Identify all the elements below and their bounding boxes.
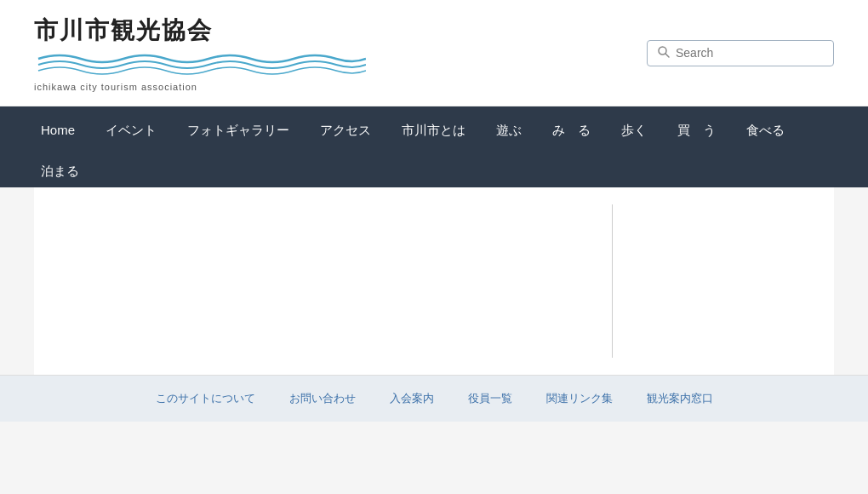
nav-item-3[interactable]: アクセス bbox=[305, 106, 386, 153]
nav-item-8[interactable]: 買 う bbox=[662, 106, 731, 153]
logo-subtitle: ichikawa city tourism association bbox=[34, 82, 197, 92]
footer-link-2[interactable]: 入会案内 bbox=[390, 391, 434, 406]
footer-link-4[interactable]: 関連リンク集 bbox=[546, 391, 613, 406]
footer: このサイトについてお問い合わせ入会案内役員一覧関連リンク集観光案内窓口 bbox=[0, 375, 868, 422]
nav-item-1[interactable]: イベント bbox=[90, 106, 172, 153]
nav-item-9[interactable]: 食べる bbox=[731, 106, 800, 153]
nav-item-6[interactable]: み る bbox=[537, 106, 606, 153]
nav-item-7[interactable]: 歩く bbox=[606, 106, 662, 153]
logo-waves bbox=[34, 50, 366, 80]
nav-item-4[interactable]: 市川市とは bbox=[386, 106, 481, 153]
search-box[interactable] bbox=[647, 40, 834, 66]
wave-graphic bbox=[34, 50, 366, 80]
nav-row1: Homeイベントフォトギャラリーアクセス市川市とは遊ぶみ る歩く買 う食べる bbox=[26, 106, 842, 153]
nav-item-2[interactable]: フォトギャラリー bbox=[172, 106, 305, 153]
logo-area: 市川市観光協会 ichikawa city tourism associatio… bbox=[34, 14, 366, 92]
svg-line-1 bbox=[665, 54, 669, 57]
search-icon bbox=[658, 46, 670, 60]
nav-item-5[interactable]: 遊ぶ bbox=[481, 106, 537, 153]
footer-link-1[interactable]: お問い合わせ bbox=[289, 391, 356, 406]
nav-bar: Homeイベントフォトギャラリーアクセス市川市とは遊ぶみ る歩く買 う食べる 泊… bbox=[0, 106, 868, 187]
nav-row2: 泊まる bbox=[26, 153, 842, 187]
logo-title: 市川市観光協会 bbox=[34, 14, 213, 47]
search-input[interactable] bbox=[676, 46, 812, 60]
footer-link-5[interactable]: 観光案内窓口 bbox=[647, 391, 713, 406]
footer-link-0[interactable]: このサイトについて bbox=[156, 391, 255, 406]
footer-link-3[interactable]: 役員一覧 bbox=[468, 391, 512, 406]
vertical-divider bbox=[612, 204, 613, 358]
header: 市川市観光協会 ichikawa city tourism associatio… bbox=[0, 0, 868, 106]
content-area bbox=[34, 187, 834, 375]
